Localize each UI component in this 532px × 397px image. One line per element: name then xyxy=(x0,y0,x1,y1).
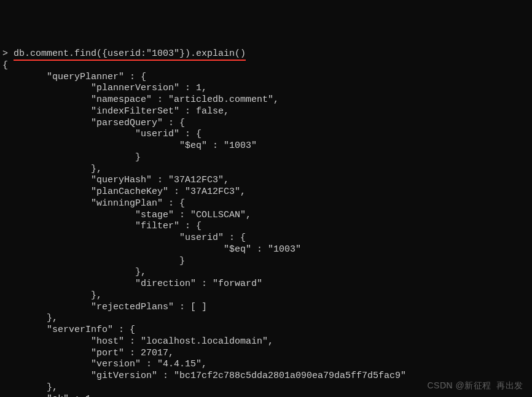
command-line[interactable]: db.comment.find({userid:"1003"}).explain… xyxy=(14,48,246,60)
command-text: db.comment.find({userid:"1003"}).explain… xyxy=(14,48,246,59)
shell-prompt: > xyxy=(2,48,14,59)
underline-decoration xyxy=(14,60,246,61)
csdn-watermark: CSDN @新征程 再出发 xyxy=(427,380,523,391)
terminal-output: { "queryPlanner" : { "plannerVersion" : … xyxy=(2,60,532,397)
